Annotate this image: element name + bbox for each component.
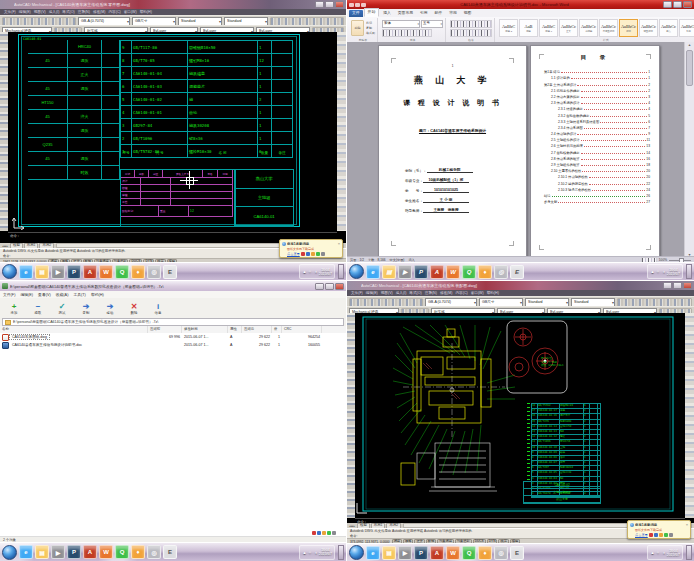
minimize-button[interactable] xyxy=(663,282,672,289)
maximize-button[interactable] xyxy=(673,282,682,289)
paste-button[interactable]: 粘贴 xyxy=(351,20,364,36)
popup-mini-icon[interactable] xyxy=(649,533,653,537)
style-item[interactable]: AaBbCc强调 xyxy=(619,19,638,37)
taskbar-app-icon[interactable]: E xyxy=(163,545,177,559)
taskbar-app-icon[interactable]: ▤ xyxy=(382,265,396,279)
taskbar-app-icon[interactable]: A xyxy=(83,545,97,559)
maximize-button[interactable] xyxy=(673,1,682,8)
font-size-combo[interactable]: 五号 xyxy=(421,20,443,28)
clipboard-command[interactable]: 格式刷 xyxy=(366,31,375,35)
taskbar-app-icon[interactable]: ◎ xyxy=(147,545,161,559)
taskbar-app-icon[interactable]: W xyxy=(446,546,460,560)
taskbar-app-icon[interactable]: e xyxy=(366,546,380,560)
start-button[interactable] xyxy=(2,264,17,279)
style-item[interactable]: AaBbC标题 1 xyxy=(539,19,558,37)
mini-icon[interactable] xyxy=(317,531,321,535)
taskbar-app-icon[interactable]: e xyxy=(19,265,33,279)
maximize-button[interactable] xyxy=(325,1,334,8)
ribbon-tab[interactable]: 邮件 xyxy=(432,10,446,17)
menu-item[interactable]: 内容(C) xyxy=(456,291,468,295)
taskbar-app-icon[interactable]: Q xyxy=(115,265,129,279)
column-header[interactable]: 压缩前 xyxy=(148,326,182,333)
menu-item[interactable]: 格式(O) xyxy=(409,291,421,295)
column-header[interactable]: 修改时间 xyxy=(182,326,228,333)
clipboard-command[interactable]: 剪切 xyxy=(366,21,375,25)
taskbar-app-icon[interactable]: W xyxy=(446,265,460,279)
maximize-button[interactable] xyxy=(325,283,334,290)
toolbar-button[interactable]: i 信息 xyxy=(146,302,170,315)
taskbar-app-icon[interactable]: ▶ xyxy=(398,546,412,560)
menu-item[interactable]: 文件(F) xyxy=(3,292,15,297)
font-name-combo[interactable]: 宋体 xyxy=(382,20,420,28)
drawing-canvas[interactable]: CA6140-01 HRC40 45调质 正火 45调质 HT150 45淬火 … xyxy=(8,32,337,232)
menu-item[interactable]: 帮助(H) xyxy=(487,291,499,295)
taskbar-app-icon[interactable]: Q xyxy=(462,546,476,560)
menu-item[interactable]: 查看(V) xyxy=(38,292,51,297)
taskbar-app-icon[interactable]: ▶ xyxy=(398,265,412,279)
taskbar-app-icon[interactable]: P xyxy=(414,265,428,279)
taskbar-app-icon[interactable]: ◎ xyxy=(147,265,161,279)
drawing-canvas[interactable]: 技术特性功率 7.5kW转速 1450r/min 18GB/T5782螺栓M8×… xyxy=(355,313,685,518)
taskbar-app-icon[interactable]: E xyxy=(510,265,524,279)
close-button[interactable] xyxy=(335,1,344,8)
taskbar-app-icon[interactable]: A xyxy=(430,265,444,279)
ribbon-tab[interactable]: 开始 xyxy=(364,8,380,17)
zoom-slider[interactable] xyxy=(669,260,691,261)
mini-icon[interactable] xyxy=(322,531,326,535)
file-list[interactable]: CA6140车床图纸.dwg 69 996 2015-06-07 1... A … xyxy=(0,333,346,537)
menu-item[interactable]: 帮助(H) xyxy=(91,292,104,297)
mini-icon[interactable] xyxy=(327,531,331,535)
ribbon-tab[interactable]: 引用 xyxy=(417,10,431,17)
titlebar[interactable]: AutoCAD Mechanical - [CA6140普通车床主传动系统 装配… xyxy=(347,281,694,290)
tab-arrows[interactable]: ◂◂▸▸ xyxy=(349,524,355,528)
popup-mini-icon[interactable] xyxy=(311,252,315,256)
column-header[interactable]: 属性 xyxy=(228,326,242,333)
toolbar-button[interactable]: − 提取 xyxy=(26,302,50,315)
menu-item[interactable]: 窗口(W) xyxy=(124,10,137,14)
vertical-scrollbar[interactable]: ▴ ▾ xyxy=(684,42,694,257)
mini-icon[interactable] xyxy=(332,531,336,535)
volume-icon[interactable]: ◖ xyxy=(662,550,664,555)
ribbon-tab[interactable]: 审阅 xyxy=(446,10,460,17)
minimize-button[interactable] xyxy=(315,283,324,290)
style-item[interactable]: AaBbCc正文 xyxy=(559,19,578,37)
volume-icon[interactable]: ◖ xyxy=(314,550,316,555)
menu-item[interactable]: 修改(M) xyxy=(440,291,453,295)
ribbon-tab[interactable]: 页面布局 xyxy=(395,10,416,17)
style-item[interactable]: AaB标题 xyxy=(519,19,538,37)
menu-item[interactable]: 注释(N) xyxy=(78,10,90,14)
close-button[interactable] xyxy=(683,282,692,289)
ribbon-tab[interactable]: 插入 xyxy=(380,10,394,17)
taskbar-app-icon[interactable]: ♦ xyxy=(131,545,145,559)
style-item[interactable]: AaBbCc不明显强调 xyxy=(599,19,618,37)
tray-up-icon[interactable]: ▲ xyxy=(302,269,306,274)
taskbar-app-icon[interactable]: E xyxy=(510,546,524,560)
popup-mini-icon[interactable] xyxy=(301,252,305,256)
taskbar-app-icon[interactable]: e xyxy=(366,265,380,279)
taskbar-app-icon[interactable]: E xyxy=(163,265,177,279)
minimize-button[interactable] xyxy=(663,1,672,8)
scroll-up-icon[interactable]: ▴ xyxy=(685,42,694,47)
popup-mini-icon[interactable] xyxy=(306,252,310,256)
clock[interactable]: 16:042015/6/7 xyxy=(319,268,332,276)
scrollbar-thumb[interactable] xyxy=(686,50,693,86)
taskbar-app-icon[interactable]: W xyxy=(99,545,113,559)
word-titlebar[interactable]: CA6140普通车床主传动系统设计说明书.doc - Microsoft Wor… xyxy=(347,0,694,9)
menu-item[interactable]: 编辑(E) xyxy=(366,291,378,295)
menu-item[interactable]: 编辑(E) xyxy=(20,292,33,297)
popup-link[interactable]: 点击查看 xyxy=(287,252,300,256)
minimize-button[interactable] xyxy=(315,1,324,8)
start-button[interactable] xyxy=(2,545,17,560)
popup-close-icon[interactable]: × xyxy=(686,522,688,527)
menu-item[interactable]: 插入(I) xyxy=(49,10,60,14)
taskbar-app-icon[interactable]: ▤ xyxy=(35,545,49,559)
menu-item[interactable]: 格式(O) xyxy=(62,10,74,14)
tray-up-icon[interactable]: ▲ xyxy=(650,269,654,274)
network-icon[interactable]: ᯤ xyxy=(656,550,660,555)
menu-item[interactable]: 插入(I) xyxy=(396,291,407,295)
menu-item[interactable]: 视图(V) xyxy=(34,10,46,14)
ribbon-tab[interactable]: 文件 xyxy=(349,10,363,17)
column-header[interactable]: 压缩后 xyxy=(242,326,272,333)
popup-mini-icon[interactable] xyxy=(669,533,673,537)
address-input[interactable]: E:\personal\整套图纸\CA6140普通车床主传动系统数控化改造设计（… xyxy=(2,318,344,326)
